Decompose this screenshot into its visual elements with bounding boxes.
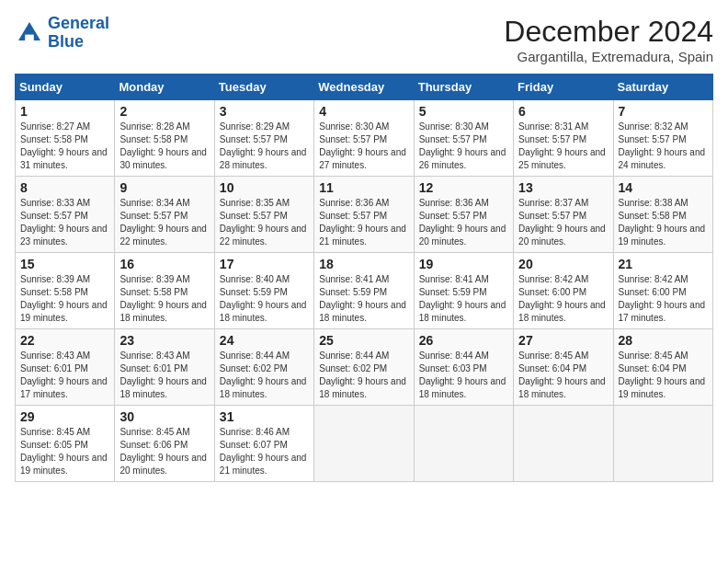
day-info: Sunrise: 8:43 AM Sunset: 6:01 PM Dayligh… <box>20 350 109 401</box>
day-number: 7 <box>619 104 708 119</box>
day-info: Sunrise: 8:45 AM Sunset: 6:04 PM Dayligh… <box>518 350 608 401</box>
day-info: Sunrise: 8:41 AM Sunset: 5:59 PM Dayligh… <box>419 273 508 325</box>
day-info: Sunrise: 8:38 AM Sunset: 5:58 PM Dayligh… <box>619 197 708 248</box>
day-number: 17 <box>220 257 309 271</box>
day-number: 13 <box>518 180 608 195</box>
day-header-tuesday: Tuesday <box>214 75 313 100</box>
calendar-cell: 4Sunrise: 8:30 AM Sunset: 5:57 PM Daylig… <box>314 100 414 177</box>
calendar-cell: 23Sunrise: 8:43 AM Sunset: 6:01 PM Dayli… <box>115 329 214 406</box>
day-number: 31 <box>220 409 309 424</box>
day-number: 25 <box>319 333 408 348</box>
calendar-cell: 17Sunrise: 8:40 AM Sunset: 5:59 PM Dayli… <box>214 253 313 329</box>
calendar-cell: 6Sunrise: 8:31 AM Sunset: 5:57 PM Daylig… <box>514 100 613 177</box>
day-info: Sunrise: 8:36 AM Sunset: 5:57 PM Dayligh… <box>319 197 408 248</box>
day-info: Sunrise: 8:27 AM Sunset: 5:58 PM Dayligh… <box>20 121 109 172</box>
day-number: 2 <box>119 104 209 119</box>
calendar-cell: 22Sunrise: 8:43 AM Sunset: 6:01 PM Dayli… <box>16 329 115 406</box>
page-header: General Blue December 2024 Gargantilla, … <box>15 15 713 64</box>
calendar-cell: 30Sunrise: 8:45 AM Sunset: 6:06 PM Dayli… <box>115 406 214 482</box>
day-header-sunday: Sunday <box>16 75 115 100</box>
day-info: Sunrise: 8:34 AM Sunset: 5:57 PM Dayligh… <box>119 197 209 248</box>
calendar-cell: 20Sunrise: 8:42 AM Sunset: 6:00 PM Dayli… <box>514 253 613 329</box>
calendar-cell: 9Sunrise: 8:34 AM Sunset: 5:57 PM Daylig… <box>115 177 214 253</box>
calendar-cell: 29Sunrise: 8:45 AM Sunset: 6:05 PM Dayli… <box>16 406 115 482</box>
calendar-cell: 31Sunrise: 8:46 AM Sunset: 6:07 PM Dayli… <box>214 406 313 482</box>
calendar-cell: 12Sunrise: 8:36 AM Sunset: 5:57 PM Dayli… <box>414 177 513 253</box>
title-block: December 2024 Gargantilla, Extremadura, … <box>504 15 713 64</box>
calendar-cell <box>414 406 513 482</box>
day-number: 15 <box>20 257 109 271</box>
calendar-cell <box>613 406 712 482</box>
calendar-cell: 1Sunrise: 8:27 AM Sunset: 5:58 PM Daylig… <box>16 100 115 177</box>
day-info: Sunrise: 8:29 AM Sunset: 5:57 PM Dayligh… <box>220 121 309 172</box>
day-number: 22 <box>20 333 109 348</box>
month-title: December 2024 <box>504 15 713 49</box>
day-number: 20 <box>518 257 608 271</box>
day-number: 23 <box>119 333 209 348</box>
week-row-5: 29Sunrise: 8:45 AM Sunset: 6:05 PM Dayli… <box>16 406 713 482</box>
day-number: 1 <box>20 104 109 119</box>
day-number: 10 <box>220 180 309 195</box>
day-number: 12 <box>419 180 508 195</box>
day-number: 28 <box>619 333 708 348</box>
day-number: 16 <box>119 257 209 271</box>
day-number: 14 <box>619 180 708 195</box>
day-info: Sunrise: 8:39 AM Sunset: 5:58 PM Dayligh… <box>119 273 209 325</box>
calendar-cell: 27Sunrise: 8:45 AM Sunset: 6:04 PM Dayli… <box>514 329 613 406</box>
day-info: Sunrise: 8:44 AM Sunset: 6:02 PM Dayligh… <box>319 350 408 401</box>
calendar-cell: 25Sunrise: 8:44 AM Sunset: 6:02 PM Dayli… <box>314 329 414 406</box>
calendar-cell: 18Sunrise: 8:41 AM Sunset: 5:59 PM Dayli… <box>314 253 414 329</box>
calendar-cell <box>314 406 414 482</box>
day-info: Sunrise: 8:45 AM Sunset: 6:04 PM Dayligh… <box>619 350 708 401</box>
header-row: SundayMondayTuesdayWednesdayThursdayFrid… <box>16 75 713 100</box>
day-number: 4 <box>319 104 408 119</box>
week-row-1: 1Sunrise: 8:27 AM Sunset: 5:58 PM Daylig… <box>16 100 713 177</box>
week-row-2: 8Sunrise: 8:33 AM Sunset: 5:57 PM Daylig… <box>16 177 713 253</box>
day-info: Sunrise: 8:31 AM Sunset: 5:57 PM Dayligh… <box>518 121 608 172</box>
svg-rect-1 <box>25 34 34 40</box>
day-info: Sunrise: 8:36 AM Sunset: 5:57 PM Dayligh… <box>419 197 508 248</box>
calendar-cell: 16Sunrise: 8:39 AM Sunset: 5:58 PM Dayli… <box>115 253 214 329</box>
day-info: Sunrise: 8:45 AM Sunset: 6:06 PM Dayligh… <box>119 426 209 477</box>
day-info: Sunrise: 8:37 AM Sunset: 5:57 PM Dayligh… <box>518 197 608 248</box>
calendar-cell: 28Sunrise: 8:45 AM Sunset: 6:04 PM Dayli… <box>613 329 712 406</box>
day-header-wednesday: Wednesday <box>314 75 414 100</box>
logo: General Blue <box>15 15 109 52</box>
calendar-cell: 14Sunrise: 8:38 AM Sunset: 5:58 PM Dayli… <box>613 177 712 253</box>
calendar-cell: 15Sunrise: 8:39 AM Sunset: 5:58 PM Dayli… <box>16 253 115 329</box>
day-number: 18 <box>319 257 408 271</box>
day-number: 27 <box>518 333 608 348</box>
logo-line2: Blue <box>48 32 84 51</box>
calendar-cell <box>514 406 613 482</box>
day-info: Sunrise: 8:30 AM Sunset: 5:57 PM Dayligh… <box>419 121 508 172</box>
day-number: 9 <box>119 180 209 195</box>
calendar-cell: 19Sunrise: 8:41 AM Sunset: 5:59 PM Dayli… <box>414 253 513 329</box>
day-info: Sunrise: 8:28 AM Sunset: 5:58 PM Dayligh… <box>119 121 209 172</box>
day-info: Sunrise: 8:35 AM Sunset: 5:57 PM Dayligh… <box>220 197 309 248</box>
day-info: Sunrise: 8:32 AM Sunset: 5:57 PM Dayligh… <box>619 121 708 172</box>
logo-text: General Blue <box>48 15 109 52</box>
calendar-cell: 2Sunrise: 8:28 AM Sunset: 5:58 PM Daylig… <box>115 100 214 177</box>
calendar-cell: 24Sunrise: 8:44 AM Sunset: 6:02 PM Dayli… <box>214 329 313 406</box>
week-row-4: 22Sunrise: 8:43 AM Sunset: 6:01 PM Dayli… <box>16 329 713 406</box>
day-header-friday: Friday <box>514 75 613 100</box>
day-info: Sunrise: 8:41 AM Sunset: 5:59 PM Dayligh… <box>319 273 408 325</box>
calendar-cell: 3Sunrise: 8:29 AM Sunset: 5:57 PM Daylig… <box>214 100 313 177</box>
calendar-cell: 5Sunrise: 8:30 AM Sunset: 5:57 PM Daylig… <box>414 100 513 177</box>
day-info: Sunrise: 8:44 AM Sunset: 6:03 PM Dayligh… <box>419 350 508 401</box>
week-row-3: 15Sunrise: 8:39 AM Sunset: 5:58 PM Dayli… <box>16 253 713 329</box>
location: Gargantilla, Extremadura, Spain <box>504 49 713 64</box>
day-number: 21 <box>619 257 708 271</box>
day-info: Sunrise: 8:40 AM Sunset: 5:59 PM Dayligh… <box>220 273 309 325</box>
calendar-table: SundayMondayTuesdayWednesdayThursdayFrid… <box>15 74 713 482</box>
day-header-monday: Monday <box>115 75 214 100</box>
calendar-cell: 8Sunrise: 8:33 AM Sunset: 5:57 PM Daylig… <box>16 177 115 253</box>
day-number: 26 <box>419 333 508 348</box>
calendar-cell: 10Sunrise: 8:35 AM Sunset: 5:57 PM Dayli… <box>214 177 313 253</box>
day-number: 11 <box>319 180 408 195</box>
day-number: 29 <box>20 409 109 424</box>
day-info: Sunrise: 8:44 AM Sunset: 6:02 PM Dayligh… <box>220 350 309 401</box>
day-number: 30 <box>119 409 209 424</box>
day-info: Sunrise: 8:45 AM Sunset: 6:05 PM Dayligh… <box>20 426 109 477</box>
calendar-cell: 26Sunrise: 8:44 AM Sunset: 6:03 PM Dayli… <box>414 329 513 406</box>
